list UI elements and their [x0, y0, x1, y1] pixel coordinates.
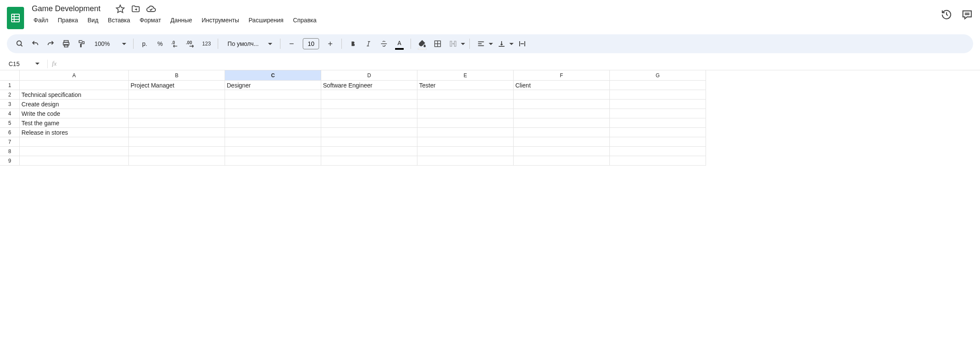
cell-E7[interactable]	[417, 137, 514, 147]
cell-C7[interactable]	[225, 137, 321, 147]
column-header-G[interactable]: G	[610, 70, 706, 81]
cell-D3[interactable]	[321, 100, 417, 109]
decrease-decimal-button[interactable]: .0	[169, 37, 183, 51]
cell-F7[interactable]	[514, 137, 610, 147]
paint-format-button[interactable]	[75, 37, 88, 51]
cell-D6[interactable]	[321, 128, 417, 137]
zoom-dropdown[interactable]: 100%	[90, 40, 129, 47]
cell-A1[interactable]	[20, 81, 129, 90]
column-header-D[interactable]: D	[321, 70, 417, 81]
menu-справка[interactable]: Справка	[289, 15, 321, 25]
cell-C2[interactable]	[225, 90, 321, 100]
cell-A9[interactable]	[20, 156, 129, 166]
menu-вставка[interactable]: Вставка	[103, 15, 134, 25]
cell-C9[interactable]	[225, 156, 321, 166]
cell-B1[interactable]: Project Managet	[129, 81, 225, 90]
cell-A6[interactable]: Release in stores	[20, 128, 129, 137]
menu-вид[interactable]: Вид	[83, 15, 103, 25]
row-header-5[interactable]: 5	[0, 118, 20, 128]
cell-E9[interactable]	[417, 156, 514, 166]
bold-button[interactable]	[346, 37, 360, 51]
column-header-B[interactable]: B	[129, 70, 225, 81]
cell-D5[interactable]	[321, 118, 417, 128]
decrease-fontsize-button[interactable]	[285, 37, 298, 51]
cell-B3[interactable]	[129, 100, 225, 109]
cell-B6[interactable]	[129, 128, 225, 137]
cell-F4[interactable]	[514, 109, 610, 118]
cell-C8[interactable]	[225, 147, 321, 156]
cell-E4[interactable]	[417, 109, 514, 118]
cell-B8[interactable]	[129, 147, 225, 156]
cell-F3[interactable]	[514, 100, 610, 109]
history-icon[interactable]	[940, 9, 953, 21]
increase-decimal-button[interactable]: .00	[184, 37, 198, 51]
cell-B2[interactable]	[129, 90, 225, 100]
merge-cells-dropdown[interactable]	[446, 37, 465, 51]
cell-B5[interactable]	[129, 118, 225, 128]
horizontal-align-dropdown[interactable]	[474, 37, 493, 51]
cell-D7[interactable]	[321, 137, 417, 147]
cell-E3[interactable]	[417, 100, 514, 109]
cell-A2[interactable]: Technical specification	[20, 90, 129, 100]
row-header-6[interactable]: 6	[0, 128, 20, 137]
row-header-1[interactable]: 1	[0, 81, 20, 90]
undo-button[interactable]	[28, 37, 42, 51]
cell-F5[interactable]	[514, 118, 610, 128]
cell-E5[interactable]	[417, 118, 514, 128]
cell-G3[interactable]	[610, 100, 706, 109]
italic-button[interactable]	[362, 37, 375, 51]
column-header-C[interactable]: C	[225, 70, 321, 81]
cloud-status-icon[interactable]	[146, 4, 156, 14]
column-header-E[interactable]: E	[417, 70, 514, 81]
row-header-7[interactable]: 7	[0, 137, 20, 147]
menu-инструменты[interactable]: Инструменты	[197, 15, 243, 25]
cell-G6[interactable]	[610, 128, 706, 137]
fontsize-input[interactable]	[303, 38, 319, 49]
search-icon[interactable]	[13, 37, 27, 51]
cell-A4[interactable]: Write the code	[20, 109, 129, 118]
cell-F6[interactable]	[514, 128, 610, 137]
vertical-align-dropdown[interactable]	[495, 37, 514, 51]
select-all-corner[interactable]	[0, 70, 20, 81]
cell-D9[interactable]	[321, 156, 417, 166]
menu-данные[interactable]: Данные	[166, 15, 197, 25]
cell-C1[interactable]: Designer	[225, 81, 321, 90]
name-box[interactable]: C15	[3, 60, 43, 67]
cell-B7[interactable]	[129, 137, 225, 147]
cell-E2[interactable]	[417, 90, 514, 100]
column-header-A[interactable]: A	[20, 70, 129, 81]
font-family-dropdown[interactable]: По умолч...	[222, 40, 276, 47]
cell-G8[interactable]	[610, 147, 706, 156]
text-wrap-dropdown[interactable]	[515, 37, 529, 51]
print-button[interactable]	[59, 37, 73, 51]
cell-F2[interactable]	[514, 90, 610, 100]
cell-A5[interactable]: Test the game	[20, 118, 129, 128]
menu-формат[interactable]: Формат	[135, 15, 165, 25]
star-icon[interactable]	[115, 4, 125, 14]
row-header-4[interactable]: 4	[0, 109, 20, 118]
cell-C5[interactable]	[225, 118, 321, 128]
cell-G5[interactable]	[610, 118, 706, 128]
percent-format-button[interactable]: %	[153, 37, 167, 51]
cell-A8[interactable]	[20, 147, 129, 156]
document-title[interactable]: Game Development	[29, 3, 103, 14]
row-header-8[interactable]: 8	[0, 147, 20, 156]
cell-B4[interactable]	[129, 109, 225, 118]
row-header-9[interactable]: 9	[0, 156, 20, 166]
cell-G4[interactable]	[610, 109, 706, 118]
cell-D4[interactable]	[321, 109, 417, 118]
cell-C6[interactable]	[225, 128, 321, 137]
menu-правка[interactable]: Правка	[53, 15, 82, 25]
cell-D1[interactable]: Software Engineer	[321, 81, 417, 90]
currency-format-button[interactable]: р.	[138, 37, 152, 51]
app-logo[interactable]	[7, 3, 24, 29]
cell-C4[interactable]	[225, 109, 321, 118]
cell-G2[interactable]	[610, 90, 706, 100]
cell-D8[interactable]	[321, 147, 417, 156]
column-header-F[interactable]: F	[514, 70, 610, 81]
number-format-dropdown[interactable]: 123	[200, 37, 213, 51]
cell-F8[interactable]	[514, 147, 610, 156]
cell-G1[interactable]	[610, 81, 706, 90]
menu-файл[interactable]: Файл	[29, 15, 52, 25]
cell-C3[interactable]	[225, 100, 321, 109]
